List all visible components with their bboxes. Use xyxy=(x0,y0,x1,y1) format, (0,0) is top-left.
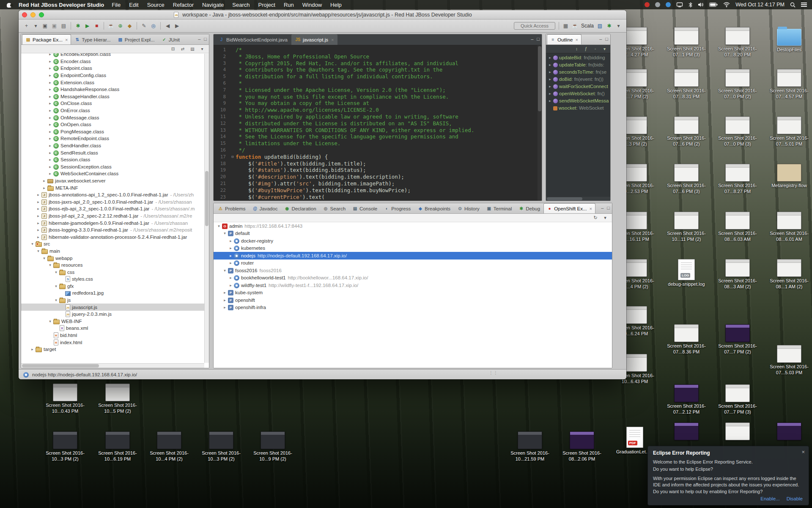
collapse-all-icon[interactable]: ⊟ xyxy=(170,46,176,52)
new-class-icon[interactable]: ⊕ xyxy=(116,22,125,30)
tab-terminal[interactable]: ▣Terminal xyxy=(483,203,515,213)
expand-arrow-icon[interactable]: ▾ xyxy=(53,270,59,274)
debug-icon[interactable]: ✱ xyxy=(74,22,82,30)
forward-icon[interactable]: ▶ xyxy=(173,22,181,30)
desktop-icon-screen-shot-2016-10-5-pm-2[interactable]: Screen Shot 2016-10...5 PM (2) xyxy=(93,384,142,414)
desktop-icon-screen-shot-2016-07-6-pm-3[interactable]: Screen Shot 2016-07...6 PM (3) xyxy=(662,164,711,195)
code-line-12[interactable]: 12 * distributed under the License is di… xyxy=(214,120,542,127)
new-package-icon[interactable]: ◆ xyxy=(125,22,134,30)
pkg-item-index-html[interactable]: index.html xyxy=(21,339,209,346)
desktop-icon-screen-shot-2016-07-6-pm-2[interactable]: Screen Shot 2016-07...6 PM (2) xyxy=(662,116,711,147)
view-menu-icon[interactable]: ▾ xyxy=(601,46,608,52)
expand-arrow-icon[interactable]: ▸ xyxy=(547,84,553,88)
fold-marker-icon[interactable]: ⊟ xyxy=(230,154,236,160)
scrollbar-thumb[interactable] xyxy=(22,364,99,367)
close-icon[interactable] xyxy=(801,449,805,455)
expand-arrow-icon[interactable]: ▸ xyxy=(41,179,47,183)
desktop-icon-screen-shot-2016-07-8-20-pm[interactable]: Screen Shot 2016-07...8.20 PM xyxy=(713,27,762,58)
debug-perspective-icon[interactable]: ✱ xyxy=(605,22,614,30)
code-editor[interactable]: 1/*2 * JBoss, Home of Professional Open … xyxy=(214,45,542,201)
expand-arrow-icon[interactable]: ▸ xyxy=(222,305,228,309)
code-line-1[interactable]: 1/* xyxy=(214,47,542,53)
expand-arrow-icon[interactable]: ▸ xyxy=(47,59,53,64)
menu-window[interactable]: Window xyxy=(298,2,326,8)
code-line-16[interactable]: 16 */ xyxy=(214,147,542,154)
apple-menu-icon[interactable] xyxy=(7,2,12,8)
os-item-openshift-infra[interactable]: ▸openshift-infra xyxy=(214,304,612,312)
expand-arrow-icon[interactable]: ▸ xyxy=(36,193,41,197)
open-perspective-icon[interactable]: ▦ xyxy=(561,22,570,30)
pkg-item-sessionexception-class[interactable]: ▸SessionException.class xyxy=(21,163,209,171)
spotlight-search-icon[interactable] xyxy=(790,2,796,8)
wifi-icon[interactable] xyxy=(723,2,730,7)
close-window-button[interactable] xyxy=(22,12,27,17)
code-line-9[interactable]: 9 * You may obtain a copy of the License… xyxy=(214,100,542,107)
expand-arrow-icon[interactable]: ▸ xyxy=(228,261,233,265)
expand-arrow-icon[interactable]: ▸ xyxy=(222,290,228,295)
back-icon[interactable]: ◀ xyxy=(163,22,172,30)
tab-declaration[interactable]: ◉Declaration xyxy=(281,203,319,213)
desktop-icon-screen-shot-2016-07-8-31-pm[interactable]: Screen Shot 2016-07...8.31 PM xyxy=(662,69,711,100)
code-line-22[interactable]: 22 $('#buyItNowPrice').text(bidding.item… xyxy=(214,187,542,194)
desktop-icon-screen-shot-2016-10-9-pm-2[interactable]: Screen Shot 2016-10...9 PM (2) xyxy=(248,431,297,462)
code-line-15[interactable]: 15 * limitations under the License. xyxy=(214,140,542,147)
code-line-18[interactable]: 18 $('#title').text(bidding.item.title); xyxy=(214,160,542,167)
java-perspective-icon[interactable]: ☕ xyxy=(571,22,579,30)
disable-link[interactable]: Disable xyxy=(787,496,803,501)
tab-outline[interactable]: ≡Outline× xyxy=(547,34,582,44)
scrollbar-thumb[interactable] xyxy=(538,46,541,111)
code-line-6[interactable]: 6 * xyxy=(214,80,542,87)
pkg-item-target[interactable]: ▸target xyxy=(21,346,209,353)
hide-variables-icon[interactable]: ◦ xyxy=(592,46,598,52)
desktop-icon-metaregistry-flow[interactable]: Metaregistry-flow xyxy=(765,164,812,189)
javaee-perspective-icon[interactable]: ▧ xyxy=(595,22,604,30)
pkg-item-pongmessage-class[interactable]: ▸PongMessage.class xyxy=(21,128,209,135)
tab-junit[interactable]: ✓JUnit xyxy=(158,34,183,44)
perspective-menu-icon[interactable]: ▾ xyxy=(614,22,623,30)
desktop-icon-screen-shot-2016-07-0-pm-3[interactable]: Screen Shot 2016-07...0 PM (3) xyxy=(713,116,762,147)
pkg-item-onopen-class[interactable]: ▸OnOpen.class xyxy=(21,121,209,128)
zoom-window-button[interactable] xyxy=(39,12,44,17)
refresh-icon[interactable]: ↻ xyxy=(592,215,599,221)
menu-run[interactable]: Run xyxy=(280,2,298,8)
expand-arrow-icon[interactable]: ▾ xyxy=(47,319,53,323)
minimize-view-icon[interactable] xyxy=(601,206,604,210)
volume-icon[interactable] xyxy=(698,2,704,7)
close-tab-icon[interactable]: × xyxy=(331,37,334,42)
tab-type-hierar[interactable]: ⇅Type Hierar... xyxy=(71,34,114,44)
link-with-editor-icon[interactable]: ⇄ xyxy=(179,46,186,52)
search-icon[interactable]: ◎ xyxy=(149,22,158,30)
outline-item-wsocket[interactable]: wsocket : WebSocket xyxy=(546,104,610,111)
hide-functions-icon[interactable]: ƒ xyxy=(583,46,589,52)
tab-history[interactable]: ⊙History xyxy=(454,203,483,213)
expand-arrow-icon[interactable]: ▸ xyxy=(47,171,53,176)
code-line-5[interactable]: 5 * distribution for a full listing of i… xyxy=(214,73,542,80)
expand-arrow-icon[interactable]: ▾ xyxy=(41,256,47,260)
desktop-icon-screen-shot-2016-07-5-01-pm[interactable]: Screen Shot 2016-07...5.01 PM xyxy=(765,116,812,147)
expand-arrow-icon[interactable]: ▸ xyxy=(47,101,53,105)
menu-navigate[interactable]: Navigate xyxy=(198,2,228,8)
code-line-2[interactable]: 2 * JBoss, Home of Professional Open Sou… xyxy=(214,53,542,60)
expand-arrow-icon[interactable]: ▸ xyxy=(47,116,53,120)
expand-arrow-icon[interactable]: ▾ xyxy=(47,263,53,267)
desktop-icon-screen-shot-2016-07-1-pm-3[interactable]: Screen Shot 2016-07...1 PM (3) xyxy=(662,27,711,58)
expand-arrow-icon[interactable]: ▸ xyxy=(547,55,553,60)
pkg-item-js[interactable]: ▾js xyxy=(21,297,209,304)
desktop-icon-screen-shot-2016-07-2-12-pm[interactable]: Screen Shot 2016-07...2.12 PM xyxy=(662,384,711,415)
expand-arrow-icon[interactable]: ▸ xyxy=(47,94,53,99)
expand-arrow-icon[interactable]: ▾ xyxy=(30,242,35,246)
desktop-icon-screen-shot-2016-10-3-pm-2[interactable]: Screen Shot 2016-10...3 PM (2) xyxy=(41,431,90,462)
expand-arrow-icon[interactable]: ▸ xyxy=(47,53,53,56)
pkg-item-redfedora1-jpg[interactable]: redfedora1.jpg xyxy=(21,290,209,297)
new-java-project-icon[interactable]: ☕ xyxy=(107,22,115,30)
tab-javadoc[interactable]: @Javadoc xyxy=(249,203,281,213)
pkg-item-onclose-class[interactable]: ▸OnClose.class xyxy=(21,100,209,107)
pkg-item-jboss-logging-3-3-0-final-redhat-1-jar[interactable]: ▸jboss-logging-3.3.0.Final-redhat-1.jar-… xyxy=(21,226,209,234)
maximize-view-icon[interactable] xyxy=(605,37,608,41)
gray-app-menubar-icon[interactable] xyxy=(655,2,660,7)
pkg-item-hibernate-validator-annotation-processor-5-2-4-final-redhat-1-jar[interactable]: ▸hibernate-validator-annotation-processo… xyxy=(21,233,209,240)
print-icon[interactable]: ▤ xyxy=(59,22,68,30)
blue-app-menubar-icon[interactable] xyxy=(666,2,671,7)
run-icon[interactable]: ▶ xyxy=(83,22,92,30)
pkg-item-messagehandler-class[interactable]: ▸MessageHandler.class xyxy=(21,93,209,100)
